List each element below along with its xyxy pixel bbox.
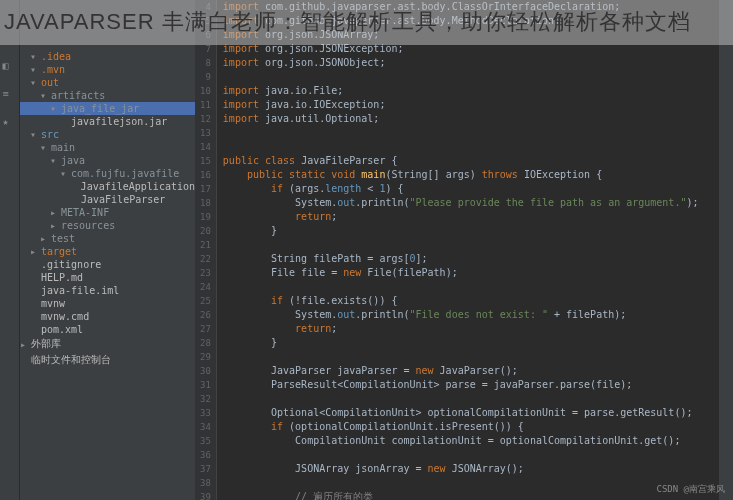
tree-arrow-icon[interactable]: ▸ bbox=[50, 207, 58, 218]
tree-arrow-icon[interactable]: ▾ bbox=[50, 103, 58, 114]
tree-arrow-icon[interactable]: ▾ bbox=[40, 142, 48, 153]
tree-arrow-icon[interactable]: ▾ bbox=[30, 129, 38, 140]
code-line[interactable]: import java.util.Optional; bbox=[223, 112, 719, 126]
tree-item[interactable]: ▸外部库 bbox=[20, 336, 195, 352]
code-line[interactable]: System.out.println("Please provide the f… bbox=[223, 196, 719, 210]
tree-arrow-icon[interactable]: ▸ bbox=[20, 339, 28, 350]
code-line[interactable]: String filePath = args[0]; bbox=[223, 252, 719, 266]
code-line[interactable]: } bbox=[223, 224, 719, 238]
code-line[interactable]: import java.io.IOException; bbox=[223, 98, 719, 112]
tree-item[interactable]: javafilejson.jar bbox=[20, 115, 195, 128]
tree-item[interactable]: HELP.md bbox=[20, 271, 195, 284]
code-line[interactable]: // 遍历所有的类 bbox=[223, 490, 719, 500]
line-number: 24 bbox=[200, 280, 211, 294]
tree-arrow-icon[interactable]: ▾ bbox=[30, 64, 38, 75]
tree-item[interactable]: ▸test bbox=[20, 232, 195, 245]
line-number: 12 bbox=[200, 112, 211, 126]
line-number: 30 bbox=[200, 364, 211, 378]
tree-item[interactable]: 临时文件和控制台 bbox=[20, 352, 195, 368]
code-line[interactable]: if (args.length < 1) { bbox=[223, 182, 719, 196]
line-number: 26 bbox=[200, 308, 211, 322]
code-line[interactable]: CompilationUnit compilationUnit = option… bbox=[223, 434, 719, 448]
code-line[interactable]: if (optionalCompilationUnit.isPresent())… bbox=[223, 420, 719, 434]
line-number: 36 bbox=[200, 448, 211, 462]
code-line[interactable] bbox=[223, 392, 719, 406]
tree-item[interactable]: pom.xml bbox=[20, 323, 195, 336]
tree-item[interactable]: mvnw.cmd bbox=[20, 310, 195, 323]
project-tree[interactable]: ▾.idea▾.mvn▾out▾artifacts▾java_file_jarj… bbox=[20, 0, 195, 500]
code-editor[interactable]: 4567891011121314151617181920212223242526… bbox=[195, 0, 719, 500]
line-number: 18 bbox=[200, 196, 211, 210]
code-line[interactable] bbox=[223, 126, 719, 140]
line-number: 22 bbox=[200, 252, 211, 266]
tree-item[interactable]: ▾artifacts bbox=[20, 89, 195, 102]
line-number: 31 bbox=[200, 378, 211, 392]
line-number: 19 bbox=[200, 210, 211, 224]
tree-item[interactable]: ▾out bbox=[20, 76, 195, 89]
tree-arrow-icon[interactable]: ▾ bbox=[30, 51, 38, 62]
tree-item-label: 临时文件和控制台 bbox=[31, 353, 111, 367]
tree-item[interactable]: JavaFileParser bbox=[20, 193, 195, 206]
code-area[interactable]: import com.github.javaparser.ast.body.Cl… bbox=[217, 0, 719, 500]
code-line[interactable]: return; bbox=[223, 322, 719, 336]
line-number: 14 bbox=[200, 140, 211, 154]
line-number: 39 bbox=[200, 490, 211, 500]
code-line[interactable] bbox=[223, 140, 719, 154]
code-line[interactable]: JavaParser javaParser = new JavaParser()… bbox=[223, 364, 719, 378]
line-number: 8 bbox=[200, 56, 211, 70]
code-line[interactable]: return; bbox=[223, 210, 719, 224]
tree-item[interactable]: ▾.idea bbox=[20, 50, 195, 63]
tree-item-label: javafilejson.jar bbox=[71, 116, 167, 127]
tree-arrow-icon[interactable]: ▸ bbox=[30, 246, 38, 257]
tree-item[interactable]: ▾main bbox=[20, 141, 195, 154]
bookmarks-tool-icon[interactable]: ★ bbox=[3, 116, 17, 130]
tool-window-bar-right bbox=[719, 0, 733, 500]
code-line[interactable]: JSONArray jsonArray = new JSONArray(); bbox=[223, 462, 719, 476]
tree-item-label: mvnw bbox=[41, 298, 65, 309]
tree-item-label: mvnw.cmd bbox=[41, 311, 89, 322]
tree-item-label: main bbox=[51, 142, 75, 153]
code-line[interactable]: System.out.println("File does not exist:… bbox=[223, 308, 719, 322]
tree-item[interactable]: ▸target bbox=[20, 245, 195, 258]
tree-arrow-icon[interactable]: ▾ bbox=[60, 168, 68, 179]
tree-item[interactable]: JavafileApplication bbox=[20, 180, 195, 193]
code-line[interactable] bbox=[223, 280, 719, 294]
tree-item-label: META-INF bbox=[61, 207, 109, 218]
tree-arrow-icon[interactable]: ▸ bbox=[50, 220, 58, 231]
tree-item[interactable]: ▾src bbox=[20, 128, 195, 141]
code-line[interactable]: public class JavaFileParser { bbox=[223, 154, 719, 168]
tree-item[interactable]: ▾java bbox=[20, 154, 195, 167]
tree-arrow-icon[interactable]: ▾ bbox=[40, 90, 48, 101]
tree-item[interactable]: mvnw bbox=[20, 297, 195, 310]
tree-arrow-icon[interactable]: ▾ bbox=[30, 77, 38, 88]
code-line[interactable] bbox=[223, 448, 719, 462]
tree-arrow-icon[interactable]: ▾ bbox=[50, 155, 58, 166]
line-number: 35 bbox=[200, 434, 211, 448]
tree-item[interactable]: ▸META-INF bbox=[20, 206, 195, 219]
tree-item[interactable]: ▾java_file_jar bbox=[20, 102, 195, 115]
line-number: 25 bbox=[200, 294, 211, 308]
code-line[interactable]: ParseResult<CompilationUnit> parse = jav… bbox=[223, 378, 719, 392]
code-line[interactable] bbox=[223, 476, 719, 490]
code-line[interactable]: Optional<CompilationUnit> optionalCompil… bbox=[223, 406, 719, 420]
line-number: 10 bbox=[200, 84, 211, 98]
tree-item[interactable]: ▸resources bbox=[20, 219, 195, 232]
structure-tool-icon[interactable]: ≡ bbox=[3, 88, 17, 102]
tree-item-label: JavafileApplication bbox=[81, 181, 195, 192]
project-tool-icon[interactable]: ◧ bbox=[3, 60, 17, 74]
code-line[interactable]: } bbox=[223, 336, 719, 350]
code-line[interactable]: File file = new File(filePath); bbox=[223, 266, 719, 280]
tree-item[interactable]: ▾com.fujfu.javafile bbox=[20, 167, 195, 180]
tree-item-label: HELP.md bbox=[41, 272, 83, 283]
code-line[interactable] bbox=[223, 70, 719, 84]
code-line[interactable]: import org.json.JSONObject; bbox=[223, 56, 719, 70]
code-line[interactable] bbox=[223, 238, 719, 252]
tree-item[interactable]: .gitignore bbox=[20, 258, 195, 271]
code-line[interactable]: public static void main(String[] args) t… bbox=[223, 168, 719, 182]
tree-arrow-icon[interactable]: ▸ bbox=[40, 233, 48, 244]
code-line[interactable]: if (!file.exists()) { bbox=[223, 294, 719, 308]
code-line[interactable]: import java.io.File; bbox=[223, 84, 719, 98]
tree-item[interactable]: java-file.iml bbox=[20, 284, 195, 297]
tree-item[interactable]: ▾.mvn bbox=[20, 63, 195, 76]
code-line[interactable] bbox=[223, 350, 719, 364]
